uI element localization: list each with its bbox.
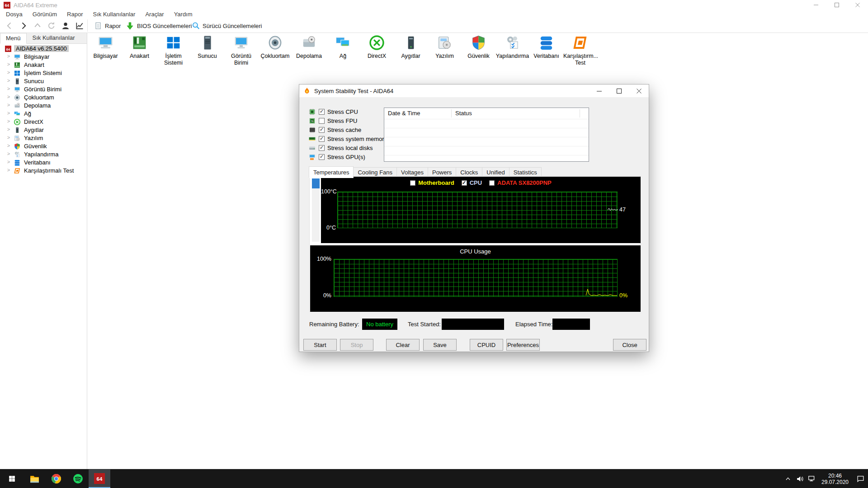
- graph-scrollbar[interactable]: [312, 178, 320, 242]
- report-button[interactable]: Rapor: [94, 20, 121, 32]
- dialog-button-start[interactable]: Start: [303, 339, 337, 351]
- close-button[interactable]: [847, 0, 868, 10]
- content-icon-anakart[interactable]: Anakart: [123, 34, 156, 66]
- taskbar-start-button[interactable]: [1, 469, 23, 488]
- minimize-button[interactable]: [806, 0, 826, 10]
- stress-checkbox-stress-gpu-s[interactable]: [319, 154, 325, 160]
- menu-item-yard-m[interactable]: Yardım: [169, 10, 198, 19]
- menu-item-ara-lar[interactable]: Araçlar: [140, 10, 169, 19]
- driver-updates-button[interactable]: Sürücü Güncellemeleri: [192, 20, 262, 32]
- nav-refresh-icon[interactable]: [46, 20, 57, 31]
- stress-checkbox-stress-local-disks[interactable]: [319, 145, 325, 151]
- menu-item-dosya[interactable]: Dosya: [1, 10, 28, 19]
- sidebar-item-ayg-tlar[interactable]: >Aygıtlar: [0, 126, 87, 134]
- taskbar-clock[interactable]: 20:46 29.07.2020: [820, 473, 850, 485]
- content-icon-depolama[interactable]: Depolama: [292, 34, 326, 66]
- content-icon-yap-land-rma[interactable]: Yapılandırma: [495, 34, 529, 66]
- nav-forward-icon[interactable]: [18, 20, 29, 31]
- sidebar-item-aida64-v6-25-5400[interactable]: 64AIDA64 v6.25.5400: [0, 45, 87, 53]
- taskbar-chrome-button[interactable]: [45, 469, 67, 488]
- sidebar-item-yap-land-rma[interactable]: >Yapılandırma: [0, 150, 87, 159]
- tray-chevron-up-icon[interactable]: [782, 469, 794, 488]
- chevron-right-icon[interactable]: >: [6, 94, 11, 99]
- chevron-right-icon[interactable]: >: [6, 135, 11, 140]
- chevron-right-icon[interactable]: >: [6, 78, 11, 83]
- dialog-close-button[interactable]: [629, 84, 649, 97]
- bios-updates-button[interactable]: BIOS Güncellemeleri: [126, 20, 192, 32]
- log-col-datetime[interactable]: Date & Time: [384, 109, 452, 117]
- legend-checkbox-adata-sx8200pnp[interactable]: [489, 180, 495, 186]
- dialog-button-close[interactable]: Close: [613, 339, 646, 351]
- dialog-button-stop[interactable]: Stop: [340, 339, 373, 351]
- content-icon-sunucu[interactable]: Sunucu: [190, 34, 224, 66]
- content-icon-veritaban[interactable]: Veritabanı: [529, 34, 563, 66]
- sidebar-item-directx[interactable]: >DirectX: [0, 118, 87, 126]
- content-icon-ayg-tlar[interactable]: Aygıtlar: [394, 34, 428, 66]
- chevron-right-icon[interactable]: >: [6, 53, 11, 59]
- taskbar-aida64-button[interactable]: 64: [89, 469, 110, 488]
- sidebar-tab-men[interactable]: Menü: [0, 33, 27, 44]
- dialog-tab-temperatures[interactable]: Temperatures: [309, 166, 354, 178]
- content-icon-bilgisayar[interactable]: Bilgisayar: [89, 34, 123, 66]
- chevron-right-icon[interactable]: >: [6, 86, 11, 91]
- sidebar-item-anakart[interactable]: >Anakart: [0, 61, 87, 69]
- content-icon-g-venlik[interactable]: Güvenlik: [462, 34, 495, 66]
- volume-icon[interactable]: [794, 469, 806, 488]
- nav-back-icon[interactable]: [4, 20, 15, 31]
- dialog-maximize-button[interactable]: [609, 84, 629, 97]
- chevron-right-icon[interactable]: >: [6, 110, 11, 116]
- stress-checkbox-stress-system-memory[interactable]: [319, 136, 325, 142]
- taskbar-explorer-button[interactable]: [24, 469, 45, 488]
- network-icon[interactable]: [806, 469, 817, 488]
- dialog-button-cpuid[interactable]: CPUID: [470, 339, 503, 351]
- content-icon-g-r-nt-birimi[interactable]: GörüntüBirimi: [224, 34, 258, 66]
- sidebar-item-i-letim-sistemi[interactable]: >İşletim Sistemi: [0, 69, 87, 77]
- stress-checkbox-stress-cpu[interactable]: [319, 109, 325, 115]
- menu-item-s-k-kullan-lanlar[interactable]: Sık Kullanılanlar: [88, 10, 140, 19]
- sidebar-item-depolama[interactable]: >Depolama: [0, 102, 87, 110]
- dialog-button-preferences[interactable]: Preferences: [506, 339, 540, 351]
- sidebar-item-veritaban[interactable]: >Veritabanı: [0, 159, 87, 167]
- legend-checkbox-cpu[interactable]: [462, 180, 467, 186]
- content-icon-yaz-l-m[interactable]: Yazılım: [428, 34, 462, 66]
- maximize-button[interactable]: [826, 0, 847, 10]
- legend-checkbox-motherboard[interactable]: [410, 180, 415, 186]
- sidebar-item-g-venlik[interactable]: >Güvenlik: [0, 142, 87, 150]
- chevron-right-icon[interactable]: >: [6, 159, 11, 164]
- stress-checkbox-stress-fpu[interactable]: [319, 118, 325, 124]
- chevron-right-icon[interactable]: >: [6, 118, 11, 124]
- action-center-icon[interactable]: [853, 469, 868, 488]
- chevron-right-icon[interactable]: >: [6, 70, 11, 75]
- chevron-right-icon[interactable]: >: [6, 127, 11, 132]
- test-log-list[interactable]: Date & Time Status: [384, 108, 589, 162]
- dialog-button-clear[interactable]: Clear: [386, 339, 420, 351]
- graph-scrollbar-thumb[interactable]: [312, 178, 320, 188]
- sidebar-tab-s-k-kullan-lanlar[interactable]: Sık Kullanılanlar: [27, 33, 81, 43]
- sidebar-item-sunucu[interactable]: >Sunucu: [0, 77, 87, 85]
- taskbar-spotify-button[interactable]: [67, 469, 89, 488]
- nav-up-icon[interactable]: [32, 20, 43, 31]
- chevron-right-icon[interactable]: >: [6, 102, 11, 108]
- content-icon-a[interactable]: Ağ: [326, 34, 360, 66]
- sidebar-item-bilgisayar[interactable]: >Bilgisayar: [0, 53, 87, 61]
- sidebar-item-yaz-l-m[interactable]: >Yazılım: [0, 134, 87, 142]
- sidebar-item-g-r-nt-birimi[interactable]: >Görüntü Birimi: [0, 85, 87, 94]
- menu-item-rapor[interactable]: Rapor: [62, 10, 88, 19]
- user-icon[interactable]: [60, 20, 71, 31]
- chevron-right-icon[interactable]: >: [6, 151, 11, 156]
- chevron-right-icon[interactable]: >: [6, 167, 11, 173]
- dialog-button-save[interactable]: Save: [423, 339, 457, 351]
- content-icon-kar-la-t-rm-test[interactable]: Karşılaştırm...Test: [563, 34, 597, 66]
- sidebar-item-a[interactable]: >Ağ: [0, 110, 87, 118]
- log-col-status[interactable]: Status: [452, 109, 580, 117]
- dialog-minimize-button[interactable]: [589, 84, 609, 97]
- chevron-right-icon[interactable]: >: [6, 143, 11, 148]
- chevron-right-icon[interactable]: >: [6, 61, 11, 67]
- chart-icon[interactable]: [74, 20, 85, 31]
- content-icon-okluortam[interactable]: Çokluortam: [258, 34, 292, 66]
- content-icon-directx[interactable]: DirectX: [360, 34, 394, 66]
- content-icon-i-letim-sistemi[interactable]: İşletimSistemi: [156, 34, 190, 66]
- stress-checkbox-stress-cache[interactable]: [319, 127, 325, 133]
- menu-item-g-r-n-m[interactable]: Görünüm: [28, 10, 62, 19]
- sidebar-item-okluortam[interactable]: >Çokluortam: [0, 94, 87, 102]
